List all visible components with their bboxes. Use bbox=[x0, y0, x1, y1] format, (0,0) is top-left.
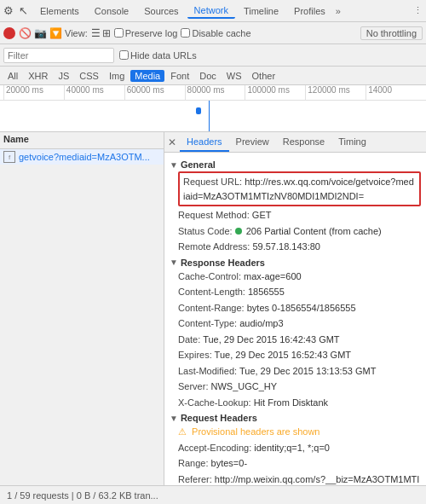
status-text: 1 / 59 requests | 0 B / 63.2 KB tran... bbox=[7, 490, 158, 501]
timeline-bars bbox=[0, 101, 426, 132]
general-arrow: ▼ bbox=[170, 160, 178, 170]
timeline-area: 20000 ms 40000 ms 60000 ms 80000 ms 1000… bbox=[0, 85, 426, 132]
tab-timing[interactable]: Timing bbox=[331, 132, 373, 152]
range-label: Range: bbox=[178, 458, 208, 468]
remote-address-row: Remote Address: 59.57.18.143:80 bbox=[178, 240, 421, 254]
disable-cache-label[interactable]: Disable cache bbox=[181, 28, 250, 38]
tick-3: 80000 ms bbox=[185, 85, 245, 100]
throttle-button[interactable]: No throttling bbox=[360, 26, 423, 40]
camera-icon[interactable]: 📷 bbox=[34, 27, 46, 39]
tab-profiles[interactable]: Profiles bbox=[287, 4, 332, 18]
cache-control-row: Cache-Control: max-age=600 bbox=[178, 269, 421, 284]
clear-button[interactable]: 🚫 bbox=[19, 27, 31, 39]
accept-encoding-label: Accept-Encoding: bbox=[178, 443, 251, 453]
type-other[interactable]: Other bbox=[248, 70, 280, 82]
provisional-note: ⚠ Provisional headers are shown bbox=[178, 425, 421, 439]
referer-value: http://mp.weixin.qq.com/s?__biz=MzA3OTM1… bbox=[178, 474, 419, 486]
request-method-label: Request Method: bbox=[178, 210, 250, 220]
right-panel-tabs: ✕ Headers Preview Response Timing bbox=[164, 132, 426, 153]
tab-network[interactable]: Network bbox=[187, 3, 235, 19]
type-media[interactable]: Media bbox=[130, 70, 164, 82]
tab-response[interactable]: Response bbox=[276, 132, 332, 152]
general-section-header[interactable]: ▼ General bbox=[170, 159, 421, 170]
status-code-row: Status Code: 206 Partial Content (from c… bbox=[178, 224, 421, 239]
remote-address-label: Remote Address: bbox=[178, 241, 250, 252]
request-item[interactable]: f getvoice?mediaid=MzA3OTM... bbox=[0, 149, 164, 165]
type-xhr[interactable]: XHR bbox=[24, 70, 52, 82]
cursor-icon[interactable]: ↖ bbox=[19, 4, 28, 17]
preserve-log-label[interactable]: Preserve log bbox=[114, 28, 178, 38]
type-doc[interactable]: Doc bbox=[195, 70, 221, 82]
preserve-log-checkbox[interactable] bbox=[114, 28, 124, 38]
accept-encoding-value: identity;q=1, *;q=0 bbox=[254, 443, 330, 453]
request-url-box: Request URL: http://res.wx.qq.com/voice/… bbox=[178, 171, 421, 206]
general-title: General bbox=[181, 159, 216, 170]
preserve-log-text: Preserve log bbox=[125, 28, 178, 38]
hide-data-urls-text: Hide data URLs bbox=[130, 50, 197, 61]
accept-encoding-row: Accept-Encoding: identity;q=1, *;q=0 bbox=[178, 441, 421, 455]
disable-cache-checkbox[interactable] bbox=[181, 28, 190, 38]
view-icons: ☰ ⊞ bbox=[91, 27, 111, 39]
tab-console[interactable]: Console bbox=[88, 4, 135, 18]
request-doc-icon: f bbox=[3, 151, 15, 163]
hide-data-urls-checkbox[interactable] bbox=[119, 50, 129, 60]
content-range-label: Content-Range: bbox=[178, 303, 245, 313]
tick-2: 60000 ms bbox=[124, 85, 185, 100]
type-filter-bar: All XHR JS CSS Img Media Font Doc WS Oth… bbox=[0, 67, 426, 85]
timeline-ruler: 20000 ms 40000 ms 60000 ms 80000 ms 1000… bbox=[0, 85, 426, 101]
provisional-text: Provisional headers are shown bbox=[192, 426, 320, 437]
second-toolbar: 🚫 📷 🔽 View: ☰ ⊞ Preserve log Disable cac… bbox=[0, 22, 426, 44]
status-bar: 1 / 59 requests | 0 B / 63.2 KB tran... bbox=[0, 485, 426, 504]
type-css[interactable]: CSS bbox=[75, 70, 103, 82]
waterfall-marker bbox=[209, 101, 210, 132]
menu-dots-icon[interactable]: ⋮ bbox=[413, 5, 423, 16]
content-range-value: bytes 0-1856554/1856555 bbox=[247, 303, 356, 313]
filter-input[interactable] bbox=[3, 48, 114, 63]
tab-timeline[interactable]: Timeline bbox=[237, 4, 285, 18]
tab-sources[interactable]: Sources bbox=[137, 4, 185, 18]
content-length-value: 1856555 bbox=[248, 287, 285, 297]
status-code-value: 206 Partial Content (from cache) bbox=[246, 226, 382, 236]
content-length-label: Content-Length: bbox=[178, 287, 245, 297]
content-length-row: Content-Length: 1856555 bbox=[178, 285, 421, 299]
request-method-row: Request Method: GET bbox=[178, 208, 421, 223]
type-font[interactable]: Font bbox=[166, 70, 193, 82]
right-panel: ✕ Headers Preview Response Timing ▼ Gene… bbox=[164, 132, 426, 485]
expires-value: Tue, 29 Dec 2015 16:52:43 GMT bbox=[215, 350, 351, 360]
warning-icon: ⚠ bbox=[178, 426, 187, 437]
tick-4: 100000 ms bbox=[245, 85, 305, 100]
request-headers-title: Request Headers bbox=[181, 413, 257, 423]
record-button[interactable] bbox=[3, 27, 15, 39]
timeline-bar-0 bbox=[196, 107, 201, 114]
type-ws[interactable]: WS bbox=[222, 70, 246, 82]
tab-elements[interactable]: Elements bbox=[33, 4, 86, 18]
list-view-button[interactable]: ☰ bbox=[91, 27, 101, 39]
content-type-value: audio/mp3 bbox=[239, 318, 283, 328]
left-panel-header: Name bbox=[0, 132, 164, 149]
tick-1: 40000 ms bbox=[64, 85, 124, 100]
request-headers-section-header[interactable]: ▼ Request Headers bbox=[170, 413, 421, 423]
type-js[interactable]: JS bbox=[54, 70, 73, 82]
view-label: View: bbox=[65, 28, 88, 38]
close-panel-button[interactable]: ✕ bbox=[164, 135, 180, 150]
tick-0: 20000 ms bbox=[3, 85, 64, 100]
response-headers-section-header[interactable]: ▼ Response Headers bbox=[170, 258, 421, 268]
filter-icon[interactable]: 🔽 bbox=[49, 27, 61, 39]
x-cache-lookup-label: X-Cache-Lookup: bbox=[178, 397, 251, 408]
status-code-label: Status Code: bbox=[178, 226, 233, 236]
group-view-button[interactable]: ⊞ bbox=[102, 27, 111, 39]
more-tabs-icon[interactable]: » bbox=[336, 6, 341, 16]
main-content: Name f getvoice?mediaid=MzA3OTM... ✕ Hea… bbox=[0, 132, 426, 485]
type-all[interactable]: All bbox=[3, 70, 22, 82]
hide-data-urls-label[interactable]: Hide data URLs bbox=[119, 50, 197, 61]
tick-5: 120000 ms bbox=[305, 85, 366, 100]
x-cache-lookup-value: Hit From Disktank bbox=[254, 397, 328, 408]
last-modified-label: Last-Modified: bbox=[178, 366, 237, 376]
type-img[interactable]: Img bbox=[105, 70, 129, 82]
server-row: Server: NWS_UGC_HY bbox=[178, 379, 421, 394]
expires-label: Expires: bbox=[178, 350, 212, 360]
cache-control-label: Cache-Control: bbox=[178, 271, 241, 281]
tab-headers[interactable]: Headers bbox=[180, 132, 229, 152]
tab-preview[interactable]: Preview bbox=[229, 132, 276, 152]
tick-6: 14000 bbox=[366, 85, 426, 100]
